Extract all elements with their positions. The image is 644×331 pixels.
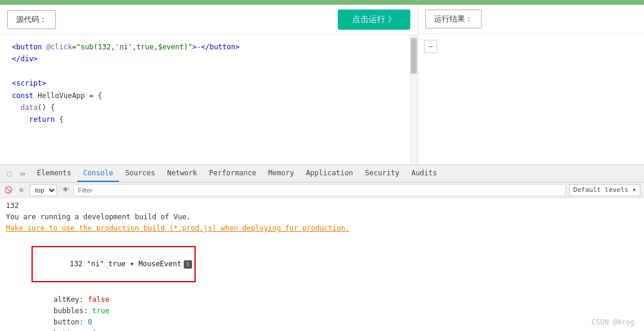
source-button[interactable]: 源代码： — [7, 10, 56, 29]
tab-elements[interactable]: Elements — [31, 165, 77, 182]
editor-area: 源代码： 点击运行 》 <button @click="sub(132,'ni'… — [0, 5, 644, 165]
csdn-watermark: CSDN @Arog — [592, 318, 634, 326]
inspect-icon[interactable]: ⬚ — [5, 169, 14, 178]
console-output: 132 You are running a development build … — [0, 198, 644, 331]
tab-memory[interactable]: Memory — [262, 165, 300, 182]
top-bar — [0, 0, 644, 5]
prop-buttons: buttons: 0 — [6, 328, 638, 331]
clear-console-icon[interactable]: 🚫 — [4, 185, 13, 195]
levels-select[interactable]: Default levels ▾ — [569, 184, 640, 196]
tab-security[interactable]: Security — [359, 165, 406, 182]
prop-altkey: altKey: false — [6, 294, 638, 305]
device-icon[interactable]: ▭ — [18, 169, 27, 178]
scrollbar-thumb[interactable] — [411, 38, 417, 74]
prop-button: button: 0 — [6, 317, 638, 328]
devtools-tabs: ⬚ ▭ Elements Console Sources Network Per… — [0, 165, 644, 182]
mouse-event-icon: i — [184, 260, 192, 269]
code-content: <button @click="sub(132,'ni',true,$event… — [0, 35, 417, 165]
code-toolbar: 源代码： 点击运行 》 — [0, 5, 417, 35]
tab-performance[interactable]: Performance — [203, 165, 262, 182]
console-line-mouse: 132 "ni" true ▾ MouseEvent i — [6, 235, 638, 294]
mouse-event-box: 132 "ni" true ▾ MouseEvent i — [32, 246, 196, 283]
eye-icon[interactable]: 👁 — [61, 185, 70, 195]
prop-bubbles: bubbles: true — [6, 305, 638, 317]
code-panel: 源代码： 点击运行 》 <button @click="sub(132,'ni'… — [0, 5, 418, 165]
tab-application[interactable]: Application — [300, 165, 359, 182]
console-line-warning: Make sure to use the production build (*… — [6, 223, 638, 234]
run-button[interactable]: 点击运行 》 — [338, 10, 410, 30]
result-toolbar: 运行结果： — [418, 5, 644, 34]
console-line-vue: You are running a development build of V… — [6, 212, 638, 223]
tab-audits[interactable]: Audits — [406, 165, 443, 182]
block-icon[interactable]: ⊘ — [17, 185, 26, 195]
console-area: 🚫 ⊘ top 👁 Default levels ▾ 132 You are r… — [0, 182, 644, 331]
console-line-132: 132 — [6, 200, 638, 212]
minus-button[interactable]: − — [424, 40, 437, 53]
result-label-button[interactable]: 运行结果： — [425, 10, 482, 29]
result-panel: 运行结果： − — [418, 5, 644, 165]
result-content: − — [418, 34, 644, 165]
tab-network[interactable]: Network — [161, 165, 203, 182]
scrollbar-track[interactable] — [410, 35, 417, 165]
context-select[interactable]: top — [30, 184, 57, 196]
code-text: <button @click="sub(132,'ni',true,$event… — [12, 41, 406, 126]
console-toolbar: 🚫 ⊘ top 👁 Default levels ▾ — [0, 182, 644, 198]
tab-console[interactable]: Console — [77, 165, 120, 182]
filter-input[interactable] — [74, 184, 566, 196]
tab-sources[interactable]: Sources — [119, 165, 161, 182]
